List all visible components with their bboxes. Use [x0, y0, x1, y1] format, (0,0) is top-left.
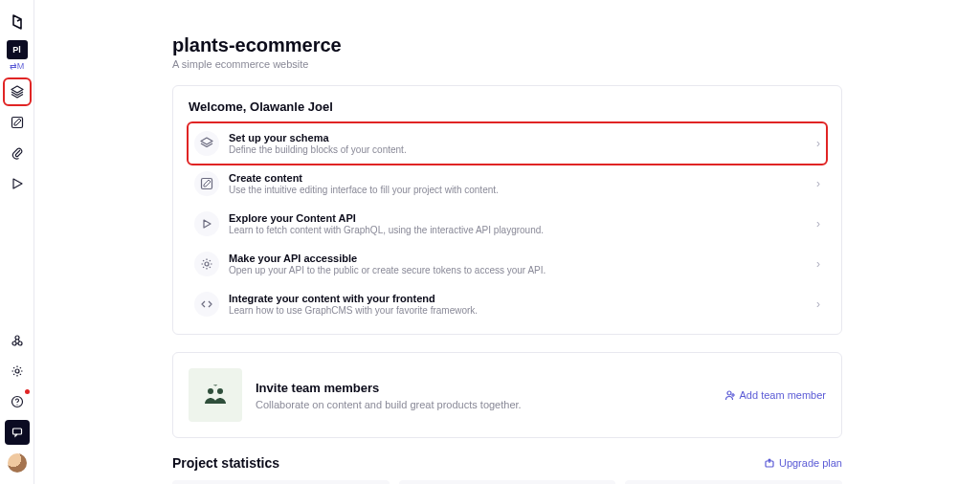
step-explore-api[interactable]: Explore your Content API Learn to fetch … [189, 204, 826, 244]
chevron-right-icon: › [816, 137, 820, 150]
play-icon [11, 178, 23, 189]
project-subtitle: A simple ecommerce website [172, 58, 842, 70]
svg-rect-7 [12, 429, 21, 434]
nav-webhooks[interactable] [5, 328, 30, 353]
step-desc: Learn to fetch content with GraphQL, usi… [229, 225, 816, 235]
nav-assets[interactable] [5, 141, 30, 165]
gear-icon [11, 364, 24, 378]
nav-feedback[interactable] [5, 420, 30, 445]
svg-rect-8 [202, 179, 212, 189]
invite-link-label: Add team member [740, 389, 826, 401]
logo-icon [9, 13, 26, 31]
nav-schema[interactable] [5, 79, 30, 104]
stats-grid: SEATS 1 / 5 LOCALES 1 / 2 CONTENT ENTRIE… [172, 480, 842, 484]
gear-icon [194, 252, 219, 276]
project-switcher[interactable]: ⇄M [10, 61, 25, 71]
nav-settings[interactable] [5, 359, 30, 384]
step-api-accessible[interactable]: Make your API accessible Open up your AP… [189, 244, 826, 284]
onboarding-card: Welcome, Olawanle Joel Set up your schem… [172, 85, 842, 335]
nav-playground[interactable] [5, 171, 30, 196]
chevron-right-icon: › [816, 217, 820, 231]
project-title: plants-ecommerce [172, 34, 842, 56]
welcome-heading: Welcome, Olawanle Joel [189, 99, 826, 114]
svg-point-2 [18, 341, 22, 345]
nav-help[interactable] [5, 389, 30, 414]
step-title: Integrate your content with your fronten… [229, 293, 816, 304]
chevron-right-icon: › [816, 257, 820, 271]
help-icon [11, 395, 24, 408]
stat-seats: SEATS 1 / 5 [172, 480, 390, 484]
layers-icon [194, 131, 219, 156]
stats-heading: Project statistics [172, 455, 279, 471]
svg-rect-0 [11, 118, 22, 128]
upgrade-plan-link[interactable]: Upgrade plan [764, 457, 842, 469]
team-icon: + [189, 368, 242, 422]
step-desc: Use the intuitive editing interface to f… [229, 185, 816, 195]
upgrade-link-label: Upgrade plan [779, 457, 842, 469]
step-title: Set up your schema [229, 132, 816, 143]
main-content: plants-ecommerce A simple ecommerce webs… [34, 0, 980, 484]
svg-point-1 [12, 341, 16, 345]
invite-title: Invite team members [256, 381, 522, 395]
invite-card: + Invite team members Collaborate on con… [172, 352, 842, 438]
edit-icon [194, 171, 219, 196]
sidebar: Pl ⇄M [0, 0, 34, 484]
chat-icon [11, 427, 23, 438]
add-team-member-link[interactable]: Add team member [724, 389, 826, 401]
svg-point-13 [727, 391, 731, 395]
play-icon [194, 211, 219, 236]
webhook-icon [11, 334, 24, 347]
step-title: Create content [229, 172, 816, 184]
step-title: Make your API accessible [229, 253, 816, 264]
add-user-icon [724, 389, 736, 401]
edit-icon [11, 116, 24, 129]
stat-locales: LOCALES 1 / 2 [399, 480, 616, 484]
step-title: Explore your Content API [229, 212, 816, 224]
step-setup-schema[interactable]: Set up your schema Define the building b… [189, 123, 826, 164]
chevron-right-icon: › [816, 177, 820, 190]
upgrade-icon [764, 457, 775, 469]
step-desc: Define the building blocks of your conte… [229, 144, 816, 155]
svg-point-11 [217, 388, 223, 394]
nav-content[interactable] [5, 110, 30, 135]
stat-content-entries: CONTENT ENTRIES 0 / 5K [625, 480, 842, 484]
layers-icon [11, 85, 24, 99]
chevron-right-icon: › [816, 297, 820, 311]
svg-text:+: + [213, 385, 218, 389]
step-integrate-frontend[interactable]: Integrate your content with your fronten… [189, 284, 826, 324]
code-icon [194, 292, 219, 317]
svg-point-6 [16, 404, 17, 405]
user-avatar[interactable] [8, 453, 27, 473]
step-desc: Learn how to use GraphCMS with your favo… [229, 305, 816, 316]
step-create-content[interactable]: Create content Use the intuitive editing… [189, 164, 826, 204]
svg-point-4 [15, 369, 19, 373]
paperclip-icon [11, 146, 24, 160]
project-badge[interactable]: Pl [7, 40, 28, 59]
invite-desc: Collaborate on content and build great p… [256, 399, 522, 410]
step-desc: Open up your API to the public or create… [229, 265, 816, 275]
svg-point-9 [205, 262, 209, 266]
